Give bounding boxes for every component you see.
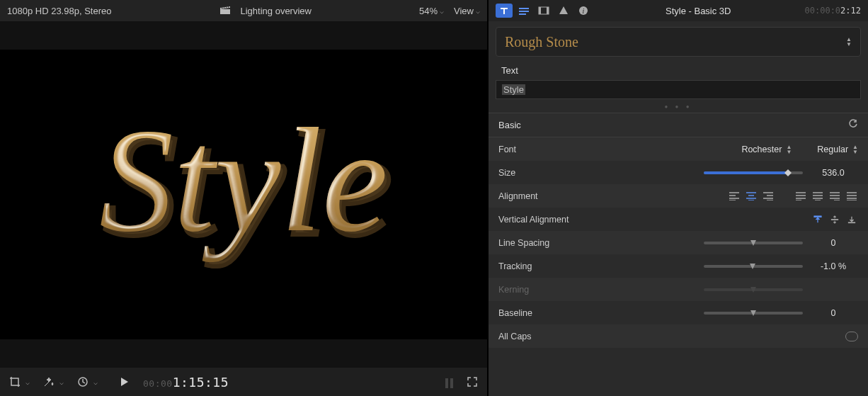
canvas-text: Style — [99, 98, 388, 262]
preset-name: Rough Stone — [505, 34, 846, 50]
preset-dropdown[interactable]: Rough Stone ▲▼ — [496, 27, 861, 57]
section-title: Basic — [498, 120, 848, 130]
canvas-3d-text: Style Style — [45, 89, 442, 301]
reset-icon[interactable] — [848, 119, 858, 131]
basic-properties: Font Rochester ▲▼ Regular ▲▼ Size — [489, 137, 868, 348]
view-dropdown[interactable]: View ⌵ — [454, 6, 480, 16]
align-justify-full-icon[interactable] — [845, 191, 858, 201]
svg-rect-6 — [539, 7, 541, 14]
resize-handle-icon[interactable]: ● ● ● — [489, 103, 868, 113]
chevron-down-icon: ⌵ — [59, 378, 64, 386]
viewer-bottombar: ⌵ ⌵ ⌵ 00:001:15:15 — [0, 368, 487, 396]
inspector-timecode: 00:00:02:12 — [805, 6, 861, 16]
clapper-icon — [219, 5, 231, 17]
text-section-label: Text — [489, 62, 868, 80]
audio-meter — [445, 375, 453, 388]
zoom-value: 54% — [419, 6, 438, 16]
svg-rect-3 — [519, 11, 529, 12]
font-family-dropdown[interactable]: Rochester ▲▼ — [741, 145, 792, 154]
viewer-canvas[interactable]: Style Style — [0, 50, 487, 339]
size-slider[interactable] — [704, 171, 803, 174]
valign-top-icon[interactable] — [811, 215, 824, 225]
zoom-dropdown[interactable]: 54% ⌵ — [419, 6, 444, 16]
valign-label: Vertical Alignment — [498, 215, 598, 225]
prop-vertical-alignment: Vertical Alignment — [489, 208, 868, 231]
stepper-icon: ▲▼ — [852, 145, 858, 154]
svg-rect-2 — [519, 8, 529, 9]
prop-font: Font Rochester ▲▼ Regular ▲▼ — [489, 137, 868, 161]
align-justify-right-icon[interactable] — [828, 191, 841, 201]
retime-tool-icon[interactable] — [76, 375, 89, 388]
baseline-label: Baseline — [498, 308, 598, 318]
clip-name-dropdown[interactable]: Lighting overview — [241, 6, 312, 16]
tracking-slider[interactable] — [704, 265, 803, 268]
chevron-down-icon: ⌵ — [440, 7, 444, 15]
clip-name: Lighting overview — [241, 6, 312, 16]
play-button[interactable] — [118, 375, 130, 388]
tab-title[interactable] — [515, 4, 532, 18]
svg-rect-7 — [547, 7, 549, 14]
all-caps-checkbox[interactable] — [845, 332, 858, 341]
prop-kerning: Kerning — [489, 278, 868, 301]
fullscreen-icon[interactable] — [466, 375, 479, 388]
line-spacing-value[interactable]: 0 — [809, 238, 858, 248]
basic-section-header: Basic — [489, 113, 868, 137]
viewer-panel: 1080p HD 23.98p, Stereo Lighting overvie… — [0, 0, 489, 396]
enhance-tool-icon[interactable] — [42, 375, 55, 388]
kerning-label: Kerning — [498, 285, 598, 295]
line-spacing-slider[interactable] — [704, 242, 803, 244]
size-value[interactable]: 536.0 — [809, 168, 858, 178]
inspector-tabbar: i Style - Basic 3D 00:00:02:12 — [489, 0, 868, 21]
viewer-topbar: 1080p HD 23.98p, Stereo Lighting overvie… — [0, 0, 487, 21]
chevron-down-icon: ⌵ — [25, 378, 30, 386]
valign-middle-icon[interactable] — [828, 215, 841, 225]
size-label: Size — [498, 168, 598, 178]
svg-rect-4 — [519, 13, 526, 15]
tracking-value[interactable]: -1.0 % — [809, 261, 858, 271]
text-value: Style — [502, 84, 525, 95]
chevron-down-icon: ⌵ — [93, 378, 98, 386]
baseline-slider[interactable] — [704, 312, 803, 315]
tracking-label: Tracking — [498, 261, 598, 271]
timecode-hours: 00:0 — [143, 378, 166, 389]
prop-tracking: Tracking -1.0 % — [489, 254, 868, 278]
svg-rect-12 — [848, 222, 855, 223]
chevron-down-icon: ⌵ — [476, 7, 480, 15]
format-label: 1080p HD 23.98p, Stereo — [7, 6, 111, 16]
prop-baseline: Baseline 0 — [489, 301, 868, 324]
font-weight-dropdown[interactable]: Regular ▲▼ — [817, 145, 858, 154]
svg-rect-11 — [831, 219, 838, 220]
align-right-icon[interactable] — [762, 191, 775, 201]
svg-rect-10 — [814, 215, 821, 217]
line-spacing-label: Line Spacing — [498, 238, 598, 248]
stepper-icon: ▲▼ — [786, 145, 792, 154]
prop-all-caps: All Caps — [489, 324, 868, 348]
tab-generator[interactable] — [555, 4, 572, 18]
inspector-panel: i Style - Basic 3D 00:00:02:12 Rough Sto… — [489, 0, 868, 396]
align-left-icon[interactable] — [728, 191, 741, 201]
crop-tool-icon[interactable] — [8, 375, 21, 388]
timecode-main: 1:15:15 — [173, 375, 229, 390]
stepper-icon: ▲▼ — [846, 37, 852, 47]
inspector-title: Style - Basic 3D — [595, 6, 802, 16]
tab-video[interactable] — [535, 4, 552, 18]
kerning-slider — [704, 288, 803, 291]
viewer-timecode: 00:001:15:15 — [143, 375, 229, 390]
tab-info[interactable]: i — [575, 4, 592, 18]
timecode-dim: 0 — [166, 378, 172, 389]
align-center-icon[interactable] — [745, 191, 758, 201]
tab-text[interactable] — [496, 4, 513, 18]
align-justify-left-icon[interactable] — [794, 191, 807, 201]
align-justify-center-icon[interactable] — [811, 191, 824, 201]
baseline-value[interactable]: 0 — [809, 308, 858, 318]
svg-text:i: i — [583, 7, 585, 15]
valign-bottom-icon[interactable] — [845, 215, 858, 225]
prop-line-spacing: Line Spacing 0 — [489, 231, 868, 254]
view-label: View — [454, 6, 474, 16]
prop-alignment: Alignment — [489, 184, 868, 208]
prop-size: Size 536.0 — [489, 161, 868, 184]
alignment-label: Alignment — [498, 191, 598, 201]
font-label: Font — [498, 145, 598, 154]
all-caps-label: All Caps — [498, 332, 598, 341]
text-input[interactable]: Style — [496, 80, 861, 99]
